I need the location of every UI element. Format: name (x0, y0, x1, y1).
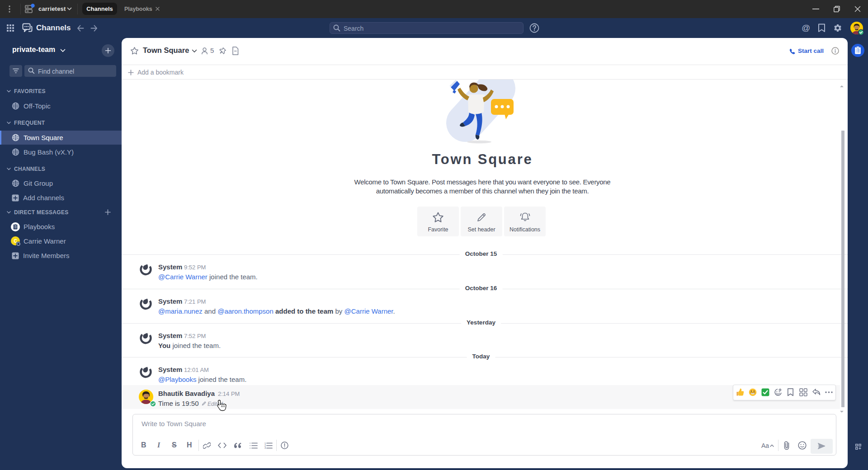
svg-text:3: 3 (264, 446, 266, 449)
